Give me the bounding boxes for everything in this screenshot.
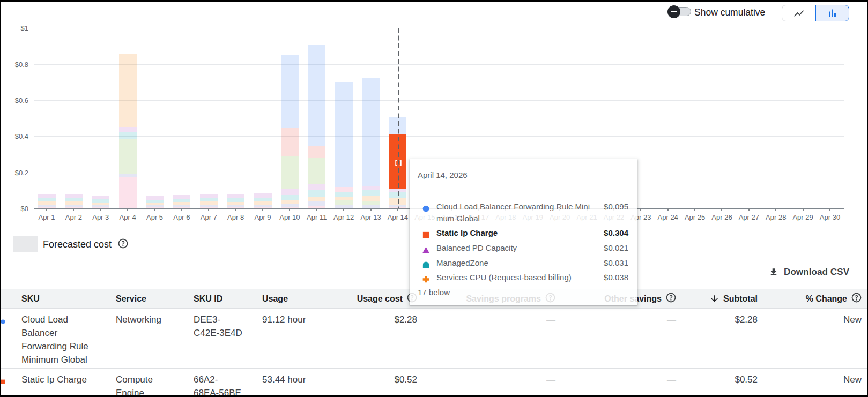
bar-segment-apr-7-purple[interactable]: [200, 194, 218, 198]
bar-segment-apr-4-pink[interactable]: [119, 177, 137, 208]
bar-segment-apr-12-blue[interactable]: [335, 82, 353, 187]
bar-segment-apr-13-green[interactable]: [362, 201, 380, 205]
bar-segment-apr-7-indigo[interactable]: [200, 205, 218, 207]
bar-segment-apr-11-purple[interactable]: [308, 184, 325, 190]
table-row[interactable]: Cloud Load Balancer Forwarding Rule Mini…: [0, 308, 868, 369]
bar-segment-apr-6-indigo[interactable]: [173, 205, 190, 207]
bar-segment-apr-3-cyan[interactable]: [92, 199, 109, 203]
column-header-usage[interactable]: Usage: [262, 289, 332, 308]
bar-segment-apr-7-peach[interactable]: [200, 201, 218, 205]
x-axis-tick: [640, 208, 641, 211]
column-header-usage_cost[interactable]: Usage cost: [331, 289, 417, 308]
gridline: [34, 100, 844, 101]
x-axis-label: Apr 7: [201, 213, 217, 221]
bar-segment-apr-13-indigo[interactable]: [362, 205, 380, 208]
bar-segment-apr-6-peach[interactable]: [173, 202, 190, 205]
bar-chart-button[interactable]: [815, 5, 849, 21]
bar-segment-apr-1-peach[interactable]: [38, 201, 56, 205]
bar-segment-apr-12-cyan[interactable]: [335, 192, 353, 197]
bar-segment-apr-2-purple[interactable]: [65, 194, 83, 198]
gridline: [34, 28, 844, 28]
bar-segment-apr-7-cyan[interactable]: [200, 198, 218, 201]
bar-segment-apr-4-purple[interactable]: [119, 127, 137, 132]
bar-segment-apr-10-peach[interactable]: [281, 200, 299, 204]
tooltip-row: Balanced PD Capacity$0.021: [418, 242, 629, 254]
column-header-change[interactable]: % Change: [776, 289, 862, 308]
column-header-sku[interactable]: SKU: [21, 289, 92, 308]
bar-segment-apr-3-peach[interactable]: [92, 203, 109, 206]
column-header-sku_id[interactable]: SKU ID: [194, 289, 243, 308]
toggle-thumb-off-icon[interactable]: [667, 5, 680, 18]
bar-segment-apr-12-peach[interactable]: [335, 197, 353, 200]
bar-segment-apr-9-peach[interactable]: [254, 201, 272, 205]
tooltip-row: Cloud Load Balancer Forwarding Rule Mini…: [418, 201, 629, 224]
x-axis-tick: [316, 208, 317, 211]
bar-segment-apr-10-salmon[interactable]: [281, 128, 299, 156]
bar-segment-apr-6-cyan[interactable]: [173, 199, 190, 202]
bar-segment-apr-12-pink[interactable]: [335, 187, 353, 192]
tooltip-forecast-dash: —: [418, 185, 629, 194]
bar-segment-apr-3-purple[interactable]: [92, 196, 109, 199]
bar-segment-apr-10-indigo[interactable]: [281, 204, 299, 206]
bar-segment-apr-10-cyan[interactable]: [281, 195, 299, 200]
bar-segment-apr-10-green[interactable]: [281, 156, 299, 189]
help-icon[interactable]: [851, 293, 862, 303]
bar-segment-apr-1-purple[interactable]: [38, 194, 56, 198]
bar-segment-apr-5-purple[interactable]: [146, 196, 164, 200]
bar-segment-apr-11-salmon[interactable]: [308, 146, 325, 158]
bar-segment-apr-6-purple[interactable]: [173, 195, 190, 199]
show-cumulative-toggle[interactable]: Show cumulative: [667, 5, 765, 19]
bar-segment-apr-4-cyan[interactable]: [119, 132, 137, 139]
x-axis-tick: [721, 208, 722, 211]
help-icon[interactable]: [666, 293, 676, 303]
bar-segment-apr-8-indigo[interactable]: [227, 205, 244, 207]
bar-segment-apr-12-indigo[interactable]: [335, 205, 353, 208]
bar-segment-apr-4-indigo[interactable]: [119, 174, 137, 177]
bar-segment-apr-11-cyan[interactable]: [308, 190, 325, 197]
table-row[interactable]: Static Ip ChargeCompute Engine66A2-68EA-…: [0, 368, 868, 397]
bar-segment-apr-13-peach[interactable]: [362, 196, 380, 201]
bar-segment-apr-5-indigo[interactable]: [146, 205, 164, 207]
forecast-help-icon[interactable]: [118, 238, 128, 251]
bar-segment-apr-1-cyan[interactable]: [38, 198, 56, 201]
bar-segment-apr-12-green[interactable]: [335, 200, 353, 205]
bar-segment-apr-4-peach[interactable]: [119, 54, 137, 127]
bar-segment-apr-13-cyan[interactable]: [362, 190, 380, 195]
column-header-service[interactable]: Service: [116, 289, 165, 308]
bar-segment-apr-2-peach[interactable]: [65, 201, 83, 205]
bar-segment-apr-10-blue[interactable]: [281, 55, 299, 128]
bar-segment-apr-11-blue[interactable]: [308, 45, 325, 145]
bar-segment-apr-2-indigo[interactable]: [65, 205, 83, 207]
bar-segment-apr-2-cyan[interactable]: [65, 198, 83, 201]
cell-usage: 53.44 hour: [262, 373, 332, 386]
bar-segment-apr-9-indigo[interactable]: [254, 205, 272, 207]
bar-segment-apr-11-indigo[interactable]: [308, 201, 325, 206]
bar-segment-apr-8-purple[interactable]: [227, 194, 244, 198]
bar-segment-apr-13-purple[interactable]: [362, 186, 380, 191]
bar-segment-apr-9-purple[interactable]: [254, 193, 272, 198]
bar-segment-apr-5-peach[interactable]: [146, 203, 164, 206]
column-header-subtotal[interactable]: Subtotal: [682, 289, 758, 308]
tooltip-series-value: $0.021: [604, 242, 628, 254]
bar-segment-apr-10-purple[interactable]: [281, 189, 299, 195]
cell-other_savings: —: [566, 373, 676, 386]
bar-segment-apr-8-cyan[interactable]: [227, 198, 244, 201]
line-chart-button[interactable]: [782, 5, 815, 21]
bar-segment-apr-4-green[interactable]: [119, 139, 137, 174]
bar-segment-apr-11-green[interactable]: [308, 158, 325, 184]
column-help[interactable]: [851, 293, 862, 305]
bar-segment-apr-9-cyan[interactable]: [254, 198, 272, 201]
help-icon[interactable]: [118, 238, 128, 249]
x-axis-label: Apr 5: [146, 213, 163, 221]
bar-segment-apr-8-peach[interactable]: [227, 202, 244, 205]
bar-segment-apr-11-peach[interactable]: [308, 197, 325, 200]
column-help[interactable]: [666, 293, 676, 305]
bar-segment-apr-1-indigo[interactable]: [38, 205, 56, 207]
bar-segment-apr-3-indigo[interactable]: [92, 205, 109, 207]
tooltip-series-marker: [422, 204, 429, 215]
download-csv-button[interactable]: Download CSV: [769, 267, 849, 278]
tooltip-row: Static Ip Charge$0.304: [418, 227, 629, 239]
focus-bracket-icon: [395, 159, 402, 167]
bar-segment-apr-13-blue[interactable]: [362, 78, 380, 186]
bar-segment-apr-5-cyan[interactable]: [146, 200, 164, 203]
